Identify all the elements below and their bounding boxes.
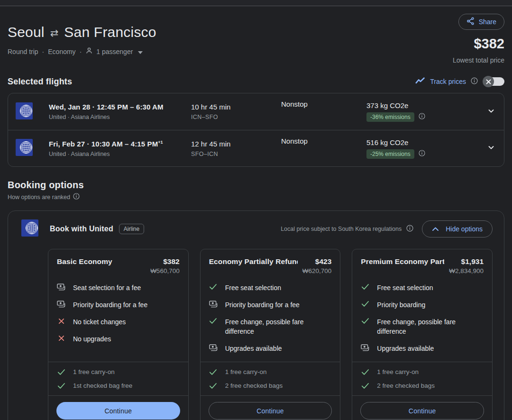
- share-label: Share: [479, 18, 496, 26]
- share-button[interactable]: Share: [458, 14, 504, 30]
- continue-button[interactable]: Continue: [209, 402, 332, 420]
- fare-feature: No ticket changes: [57, 317, 180, 327]
- fare-price-krw: ₩620,700: [302, 267, 332, 274]
- continue-button[interactable]: Continue: [360, 402, 484, 420]
- hide-options-button[interactable]: Hide options: [422, 220, 493, 237]
- continue-button[interactable]: Continue: [56, 402, 180, 420]
- fare-name: Premium Economy Parti...: [361, 257, 444, 266]
- united-airline-logo: [16, 139, 49, 158]
- fare-feature: Seat selection for a fee: [57, 283, 180, 292]
- paid-fee-icon: [209, 301, 218, 308]
- passenger-selector[interactable]: 1 passenger: [85, 47, 143, 56]
- emissions-badge: -25% emissions: [366, 149, 414, 159]
- share-icon: [466, 17, 475, 27]
- check-icon: [57, 383, 65, 389]
- fare-price-krw: ₩560,700: [150, 267, 180, 274]
- emissions-info-icon[interactable]: [419, 150, 425, 158]
- flight-stops: Nonstop: [281, 100, 366, 108]
- origin-city: Seoul: [8, 24, 45, 40]
- flight-row-return[interactable]: Fri, Feb 27 · 10:30 AM – 4:15 PM+1 Unite…: [8, 130, 504, 166]
- flight-carriers: United · Asiana Airlines: [49, 114, 191, 120]
- passenger-count-label: 1 passenger: [96, 48, 133, 55]
- fare-feature: Priority boarding: [361, 300, 484, 310]
- caret-down-icon: [138, 48, 143, 55]
- selected-flights-title: Selected flights: [8, 77, 72, 87]
- fare-feature: Priority boarding for a fee: [57, 300, 180, 310]
- person-icon: [85, 47, 93, 56]
- destination-city: San Francisco: [64, 24, 156, 40]
- ranked-label[interactable]: How options are ranked: [8, 194, 70, 201]
- flight-row-outbound[interactable]: Wed, Jan 28 · 12:45 PM – 6:30 AM United …: [8, 93, 504, 130]
- fare-feature: No upgrades: [57, 334, 180, 344]
- fare-name: Economy Partially Refund...: [209, 257, 298, 266]
- fare-price-krw: ₩2,834,900: [449, 267, 484, 274]
- fare-feature: Upgrades available: [361, 344, 484, 353]
- trip-header: Seoul ⇄ San Francisco Round trip · Econo…: [8, 14, 504, 64]
- fare-feature: Free change, possible fare difference: [361, 317, 484, 336]
- vendor-name: Book with United: [50, 225, 113, 233]
- paid-fee-icon: [361, 344, 369, 352]
- track-prices-info-icon[interactable]: [471, 77, 478, 86]
- check-icon: [209, 318, 218, 324]
- fare-card-economy-refundable: Economy Partially Refund... $423 ₩620,70…: [200, 249, 341, 420]
- trip-type-label: Round trip: [8, 48, 38, 55]
- fare-price-usd: $423: [302, 257, 332, 266]
- ranked-info-icon[interactable]: [73, 193, 80, 201]
- baggage-item: 1st checked bag free: [57, 382, 180, 389]
- paid-fee-icon: [57, 301, 65, 308]
- cross-icon: [57, 318, 65, 325]
- flight-datetime: Wed, Jan 28 · 12:45 PM – 6:30 AM: [49, 103, 191, 111]
- check-icon: [361, 383, 369, 389]
- cross-icon: [57, 335, 65, 342]
- emissions-info-icon[interactable]: [419, 113, 425, 121]
- fare-feature: Free change, possible fare difference: [209, 317, 332, 336]
- track-prices-label[interactable]: Track prices: [430, 78, 466, 85]
- local-price-info-icon[interactable]: [406, 225, 413, 234]
- vendor-type-badge: Airline: [119, 224, 144, 234]
- local-price-note: Local price subject to South Korea regul…: [281, 226, 402, 232]
- flight-emissions: 516 kg CO2e: [366, 138, 479, 146]
- united-airline-logo: [21, 219, 38, 238]
- fare-feature: Free seat selection: [209, 283, 332, 292]
- trip-meta: Round trip · Economy · 1 passenger: [8, 47, 156, 56]
- united-airline-logo: [16, 102, 49, 121]
- chevron-down-icon[interactable]: [486, 106, 496, 118]
- booking-options-title: Booking options: [8, 180, 504, 191]
- track-prices-toggle[interactable]: [483, 76, 504, 87]
- price-caption: Lowest total price: [453, 56, 504, 64]
- flight-datetime: Fri, Feb 27 · 10:30 AM – 4:15 PM+1: [49, 140, 191, 148]
- baggage-item: 1 free carry-on: [57, 368, 180, 375]
- flight-carriers: United · Asiana Airlines: [49, 151, 191, 157]
- page-title: Seoul ⇄ San Francisco: [8, 24, 156, 40]
- check-icon: [361, 369, 369, 375]
- booking-option-card: Book with United Airline Local price sub…: [8, 210, 504, 420]
- baggage-item: 1 free carry-on: [209, 368, 332, 375]
- check-icon: [361, 283, 369, 290]
- paid-fee-icon: [209, 344, 218, 352]
- top-divider-strip: [0, 0, 512, 6]
- emissions-badge: -36% emissions: [366, 112, 414, 122]
- fare-feature: Priority boarding for a fee: [209, 300, 332, 310]
- check-icon: [209, 383, 218, 389]
- fare-price-usd: $1,931: [449, 257, 484, 266]
- flight-route: ICN–SFO: [191, 114, 281, 120]
- baggage-item: 2 free checked bags: [209, 382, 332, 389]
- cabin-label: Economy: [48, 48, 75, 55]
- baggage-item: 2 free checked bags: [361, 382, 484, 389]
- chevron-down-icon[interactable]: [486, 142, 496, 155]
- check-icon: [361, 301, 369, 307]
- fare-card-premium-economy: Premium Economy Parti... $1,931 ₩2,834,9…: [352, 249, 493, 420]
- check-icon: [209, 283, 218, 290]
- fare-feature: Upgrades available: [209, 344, 332, 353]
- flight-duration: 12 hr 45 min: [191, 140, 281, 148]
- fare-name: Basic Economy: [57, 257, 146, 266]
- total-price: $382: [474, 36, 504, 52]
- selected-flights-card: Wed, Jan 28 · 12:45 PM – 6:30 AM United …: [8, 93, 504, 167]
- toggle-thumb-x-icon: [483, 76, 494, 87]
- baggage-item: 1 free carry-on: [361, 368, 484, 375]
- check-icon: [57, 369, 65, 375]
- fare-card-basic-economy: Basic Economy $382 ₩560,700 Seat selecti…: [48, 249, 189, 420]
- flight-emissions: 373 kg CO2e: [366, 101, 479, 110]
- fare-price-usd: $382: [150, 257, 180, 266]
- fare-feature: Free seat selection: [361, 283, 484, 292]
